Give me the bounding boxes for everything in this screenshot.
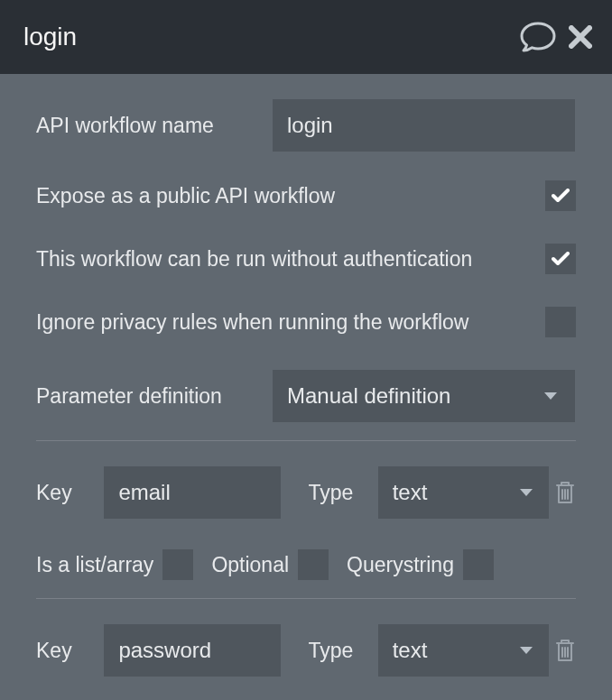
expose-public-checkbox[interactable]	[545, 180, 576, 211]
dialog-header: login	[0, 0, 612, 74]
querystring-flag: Querystring	[347, 549, 494, 580]
type-label: Type	[308, 481, 377, 505]
querystring-checkbox[interactable]	[463, 549, 494, 580]
no-auth-row: This workflow can be run without authent…	[36, 244, 576, 274]
dialog-title: login	[23, 23, 77, 51]
no-auth-checkbox[interactable]	[545, 244, 576, 274]
parameter-flags-row: Is a list/array Optional Querystring	[36, 549, 576, 580]
parameter-block: Key Type text	[36, 624, 576, 677]
workflow-name-label: API workflow name	[36, 114, 273, 138]
querystring-label: Querystring	[347, 553, 454, 577]
type-label: Type	[308, 639, 377, 663]
no-auth-label: This workflow can be run without authent…	[36, 247, 545, 272]
optional-checkbox[interactable]	[298, 549, 329, 580]
chevron-down-icon	[520, 647, 533, 654]
is-list-flag: Is a list/array	[36, 549, 193, 580]
key-label: Key	[36, 481, 104, 505]
is-list-label: Is a list/array	[36, 553, 153, 577]
parameter-type-value: text	[393, 638, 428, 663]
trash-icon[interactable]	[554, 480, 576, 505]
parameter-row: Key Type text	[36, 624, 576, 677]
chevron-down-icon	[520, 489, 533, 496]
checkmark-icon	[552, 189, 570, 203]
optional-flag: Optional	[211, 549, 329, 580]
checkmark-icon	[552, 252, 570, 266]
expose-public-label: Expose as a public API workflow	[36, 184, 545, 208]
workflow-name-row: API workflow name	[36, 99, 576, 152]
trash-icon[interactable]	[554, 638, 576, 663]
parameter-key-input[interactable]	[104, 466, 281, 519]
param-definition-select[interactable]: Manual definition	[273, 370, 575, 422]
param-definition-row: Parameter definition Manual definition	[36, 370, 576, 422]
param-definition-label: Parameter definition	[36, 384, 273, 409]
divider	[36, 598, 576, 599]
parameter-row: Key Type text	[36, 466, 576, 519]
optional-label: Optional	[211, 553, 289, 577]
dialog-content: API workflow name Expose as a public API…	[0, 74, 612, 677]
close-icon[interactable]	[569, 25, 592, 49]
parameter-type-select[interactable]: text	[378, 624, 549, 677]
parameter-block: Key Type text Is a list/array Optional Q…	[36, 466, 576, 580]
header-actions	[520, 22, 592, 52]
divider	[36, 440, 576, 441]
parameter-key-input[interactable]	[104, 624, 281, 677]
workflow-name-input[interactable]	[273, 99, 575, 152]
comment-icon[interactable]	[520, 22, 556, 52]
ignore-privacy-checkbox[interactable]	[545, 307, 576, 337]
ignore-privacy-row: Ignore privacy rules when running the wo…	[36, 307, 576, 337]
parameter-type-select[interactable]: text	[378, 466, 549, 519]
ignore-privacy-label: Ignore privacy rules when running the wo…	[36, 310, 545, 335]
param-definition-value: Manual definition	[287, 383, 450, 409]
parameter-type-value: text	[393, 480, 428, 505]
is-list-checkbox[interactable]	[162, 549, 193, 580]
expose-public-row: Expose as a public API workflow	[36, 180, 576, 211]
chevron-down-icon	[544, 392, 557, 400]
key-label: Key	[36, 639, 104, 663]
